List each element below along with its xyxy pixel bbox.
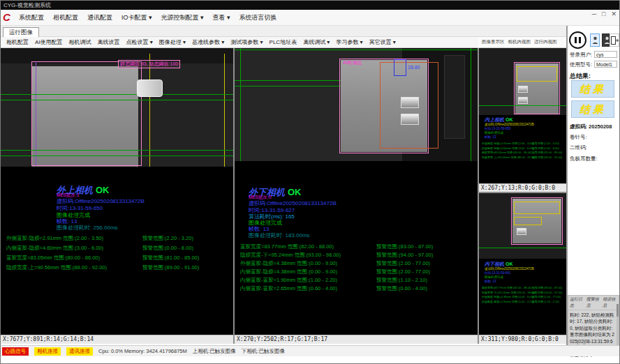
- lower-camera-trigger-status: 下相机:已触发图像: [242, 348, 285, 355]
- mini-panels-column: 内上相机OK 虚拟码:Offline2025020813313472B 时间:1…: [479, 48, 566, 344]
- minitab-run-view[interactable]: 运行内视图: [534, 39, 557, 45]
- right-elapsed: 图像处理耗时: 183.00ms: [249, 232, 310, 239]
- log-tab-run[interactable]: 运行日志: [570, 296, 584, 309]
- result-box-2: 结果: [571, 100, 614, 118]
- left-camera-image[interactable]: 静态阈值:93, 动态阈值:100: [1, 48, 233, 167]
- right-measure-row: 隐膜宽度-下=95.24mm 范围:(93.00 - 98.00)预警范围:(9…: [240, 252, 478, 259]
- right-camera-result: OK: [288, 187, 302, 197]
- tool-test-params[interactable]: 测试项参数 ▾: [230, 38, 263, 46]
- cpu-memory-status: Cpu: 0.0% Memory: 3424.41796875M: [98, 348, 187, 354]
- tool-baseline-params[interactable]: 基准线参数 ▾: [192, 38, 224, 46]
- qr-code-label: 二维码:: [570, 144, 587, 151]
- title-bar[interactable]: CYG-视觉检测系统: [1, 1, 619, 10]
- mini-top-rows: 外侧蓝胶-隐膜=2.91mm 范围:(2.00 - 3.50)预警范围:(2.2…: [482, 142, 566, 160]
- tool-offline-debug[interactable]: 离线调试 ▾: [303, 38, 330, 46]
- left-measure-row: 内侧蓝胶-隐膜=4.60mm 范围:(3.00 - 6.00)预警范围:(0.0…: [6, 245, 230, 252]
- right-measure-box: [394, 59, 406, 76]
- right-camera-image[interactable]: 28.80 AI检测区: [235, 48, 478, 161]
- login-user-label: 登录用户:: [570, 52, 592, 59]
- gripper-blob: [137, 79, 163, 97]
- menu-io-config[interactable]: IO卡配置 ▾: [121, 13, 152, 22]
- right-measure-row: 蓝胶宽度=83.77mm 范围:(82.00 - 88.00)预警范围:(83.…: [240, 243, 478, 250]
- minitab-camera-view[interactable]: 相机内视图: [508, 39, 531, 45]
- logout-door-icon: [611, 36, 619, 45]
- log-scrollbar[interactable]: [617, 304, 619, 347]
- log-panel: 运行日志 报警信息 错误信息 耗时: 222, 缺陷检测耗时: 17, 缺陷分类…: [568, 295, 619, 348]
- heartbeat-badge: 心跳信号: [2, 347, 29, 356]
- login-user-field[interactable]: cys: [594, 51, 617, 58]
- menu-system-config[interactable]: 系统配置: [19, 13, 44, 22]
- minitab-image-display[interactable]: 图像显示区: [482, 39, 505, 45]
- tool-spot-check[interactable]: 点检设置 ▾: [126, 38, 153, 46]
- tool-learn-params[interactable]: 学习参数 ▾: [336, 38, 362, 46]
- side-panel: 登录用户: cys 使用型号: Model1 总结果: 结果 结果 虚拟码: 2…: [568, 26, 619, 356]
- status-bar: 心跳信号 相机连接 通讯连接 Cpu: 0.0% Memory: 3424.41…: [1, 345, 619, 356]
- left-coords-bar: X:7677;Y:891;R:14;G:14;B:14: [1, 335, 233, 344]
- log-tab-alarm[interactable]: 报警信息: [586, 296, 601, 309]
- app-window: CYG-视觉检测系统 C 系统配置 相机配置 通讯配置 IO卡配置 ▾ 光源控制…: [0, 0, 620, 364]
- bright-feature: [401, 114, 419, 125]
- menu-comm-config[interactable]: 通讯配置: [87, 13, 112, 22]
- menu-language-switch[interactable]: 系统语言切换: [239, 13, 277, 22]
- right-ai-label: AI检测区: [343, 59, 362, 66]
- left-elapsed: 图像处理耗时: 256.00ms: [57, 224, 118, 232]
- right-measure-value: 28.80: [408, 65, 420, 70]
- tool-image-processing[interactable]: 图像处理 ▾: [159, 38, 186, 46]
- user-mode-button[interactable]: [590, 33, 600, 47]
- maximize-icon[interactable]: □: [602, 10, 605, 17]
- tool-offline-settings[interactable]: 离线设置: [98, 38, 120, 46]
- right-measure-row: 内侧蓝胶-蓝胶=2.65mm 范围:(0.60 - 4.00)预警范围:(0.6…: [240, 285, 478, 292]
- left-threshold-overlay: 静态阈值:93, 动态阈值:100: [118, 60, 180, 68]
- menu-camera-config[interactable]: 相机配置: [53, 13, 78, 22]
- tool-ai-config[interactable]: AI使用配置: [35, 38, 63, 46]
- left-measure-row: 外侧蓝胶-隐膜=2.91mm 范围:(2.00 - 3.50)预警范围:(2.2…: [6, 235, 230, 242]
- model-label: 使用型号:: [570, 61, 592, 68]
- tab-count-label: 负极耳数量:: [570, 156, 598, 162]
- app-logo-icon: C: [3, 11, 15, 24]
- window-title: CYG-视觉检测系统: [3, 2, 51, 8]
- mini-bottom-rows: 蓝胶宽度=83.77mm 范围:(82.00 - 88.00)预警范围:(83.…: [482, 286, 566, 304]
- mini-bottom-info: 虚拟码:Offline2025020813313472B 时间:13-31-59…: [485, 267, 534, 284]
- left-measure-row: 隐膜宽度-上=90.56mm 范围:(88.00 - 92.00)预警范围:(8…: [6, 264, 230, 271]
- upper-camera-trigger-status: 上相机:已触发图像: [193, 348, 236, 355]
- bright-feature: [401, 97, 419, 108]
- mini-view-tabs: 图像显示区 相机内视图 运行内视图: [479, 37, 566, 48]
- mini-bottom-image[interactable]: [479, 193, 566, 259]
- comm-link-badge: 通讯连接: [66, 347, 93, 356]
- right-coords-bar: X:270;Y:2502;R:17;G:17;B:17: [235, 335, 478, 344]
- right-measure-row: 内侧蓝胶-隐膜=4.38mm 范围:(0.00 - 9.00)预警范围:(2.0…: [240, 268, 478, 275]
- tab-row: [1, 26, 619, 37]
- user-icon: [592, 36, 598, 45]
- mini-bottom-coords-bar: X:311;Y:980;R:0;G:0;B:0: [479, 335, 566, 344]
- menu-light-config[interactable]: 光源控制配置 ▾: [161, 13, 204, 22]
- toolbar: 相机配置 AI使用配置 相机调试 离线设置 点检设置 ▾ 图像处理 ▾ 基准线参…: [1, 37, 478, 48]
- log-tabs: 运行日志 报警信息 错误信息: [568, 296, 619, 310]
- tool-other-settings[interactable]: 其它设置 ▾: [369, 38, 396, 46]
- mini-top-image[interactable]: [479, 48, 566, 115]
- minimize-icon[interactable]: ─: [592, 10, 596, 17]
- left-measure-row: 蓝胶宽度=83.05mm 范围:(80.00 - 86.00)预警范围:(81.…: [6, 255, 230, 261]
- camera-link-badge: 相机连接: [34, 347, 61, 356]
- left-camera-result: OK: [96, 185, 110, 195]
- right-camera-panel: 28.80 AI检测区 外下相机OK MES批次:0 虚拟码:Offline20…: [235, 48, 478, 344]
- close-icon[interactable]: ✕: [611, 10, 617, 17]
- right-measure-row: 内侧蓝胶-蓝胶=1.90mm 范围:(1.00 - 2.20)预警范围:(1.1…: [240, 277, 478, 284]
- result-box-1: 结果: [571, 80, 614, 98]
- right-measure-row: 外侧蓝胶-隐膜=4.38mm 范围:(0.00 - 9.00)预警范围:(2.0…: [240, 260, 478, 267]
- menu-items: 系统配置 相机配置 通讯配置 IO卡配置 ▾ 光源控制配置 ▾ 查看 ▾ 系统语…: [19, 10, 277, 26]
- needle-number-label: 卷针号:: [570, 134, 587, 141]
- mini-top-info: 虚拟码:Offline2025020813313472B 时间:13-31-59…: [485, 123, 534, 139]
- pause-button[interactable]: [569, 31, 586, 49]
- logout-button[interactable]: [610, 33, 619, 47]
- left-camera-panel: 静态阈值:93, 动态阈值:100 外上相机OK MES批次:1 虚拟码:Off…: [1, 48, 233, 344]
- tool-camera-debug[interactable]: 相机调试: [69, 38, 91, 46]
- menu-view[interactable]: 查看 ▾: [213, 13, 230, 22]
- model-field[interactable]: Model1: [594, 61, 617, 68]
- window-controls: ─ □ ✕: [592, 10, 617, 17]
- tab-run-image[interactable]: 运行图像: [3, 27, 39, 37]
- log-tab-error[interactable]: 错误信息: [603, 296, 617, 309]
- tool-camera-config[interactable]: 相机配置: [6, 38, 29, 46]
- virtual-code-value: 虚拟码: 20250208: [570, 123, 612, 130]
- tool-plc-table[interactable]: PLC地址表: [270, 38, 297, 46]
